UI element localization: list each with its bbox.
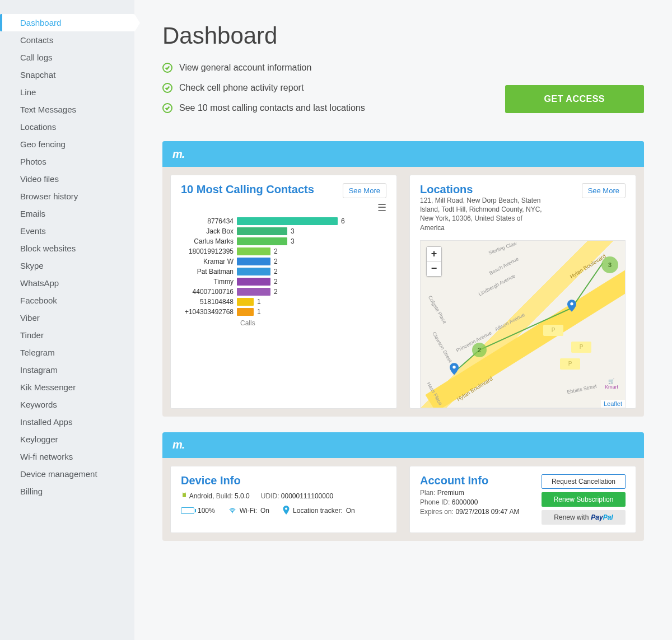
get-access-button[interactable]: GET ACCESS [505,85,644,113]
chart-row: 87764346 [181,217,386,225]
wifi-icon [228,507,236,515]
chart-label: 8776434 [181,217,237,225]
chart-label: Kramar W [181,258,237,265]
location-icon [283,506,290,516]
sidebar-item-keylogger[interactable]: Keylogger [0,431,134,448]
chart-value: 2 [274,278,278,286]
sidebar-item-photos[interactable]: Photos [0,153,134,170]
panel-info: m. Device Info Android, Build: 5.0.0 UDI… [162,432,644,541]
sidebar-item-browser-history[interactable]: Browser history [0,188,134,205]
chart-bar [237,237,287,245]
sidebar-item-geo-fencing[interactable]: Geo fencing [0,136,134,153]
chart-bar [237,227,287,235]
location-address: 121, Mill Road, New Dorp Beach, Staten I… [420,196,543,232]
sidebar-item-instagram[interactable]: Instagram [0,361,134,379]
chart-label: Pat Baitman [181,268,237,275]
chart-row: Timmy2 [181,278,386,286]
sidebar-item-whatsapp[interactable]: WhatsApp [0,274,134,292]
zoom-out-button[interactable]: − [427,261,441,276]
chart-axis-label: Calls [240,319,386,327]
renew-subscription-button[interactable]: Renew Subscription [542,492,626,507]
chart-label: Jack Box [181,227,237,235]
chart-value: 3 [291,227,295,235]
chart-bar [237,247,270,255]
sidebar-item-facebook[interactable]: Facebook [0,292,134,309]
panel-bar: m. [162,432,644,458]
chart-value: 1 [257,308,261,316]
chart-value: 2 [274,268,278,275]
main-content: Dashboard View general account informati… [134,0,672,640]
chart-bar [237,298,254,306]
map-cluster[interactable]: 3 [601,256,618,273]
card-device-info: Device Info Android, Build: 5.0.0 UDID: … [170,466,397,533]
svg-point-1 [570,302,573,305]
sidebar-item-telegram[interactable]: Telegram [0,344,134,361]
sidebar-item-keywords[interactable]: Keywords [0,396,134,413]
chart-label: 518104848 [181,298,237,306]
request-cancellation-button[interactable]: Request Cancellation [542,474,626,489]
chart-row: 1800199123952 [181,247,386,255]
chart-bar [237,258,270,265]
chart-bar [237,268,270,275]
chart-row: Carlus Marks3 [181,237,386,245]
kmart-poi: 🛒Kmart [605,379,618,390]
chart-label: 44007100716 [181,288,237,296]
renew-with-paypal-button[interactable]: Renew with PayPal [542,510,626,525]
chart-row: Jack Box3 [181,227,386,235]
chart-label: Timmy [181,278,237,286]
svg-point-2 [232,512,233,513]
check-icon [162,83,172,93]
chart-label: Carlus Marks [181,237,237,245]
sidebar-item-kik-messenger[interactable]: Kik Messenger [0,379,134,396]
see-more-locations-button[interactable]: See More [582,183,626,198]
sidebar-item-emails[interactable]: Emails [0,205,134,222]
sidebar-item-wi-fi-networks[interactable]: Wi-fi networks [0,448,134,465]
svg-point-0 [452,366,455,368]
check-icon [162,63,172,73]
logo-icon: m. [172,148,184,161]
sidebar-item-dashboard[interactable]: Dashboard [0,14,134,31]
sidebar-item-snapchat[interactable]: Snapchat [0,66,134,83]
sidebar-item-block-websites[interactable]: Block websites [0,240,134,257]
map-pin-icon [567,300,576,312]
map[interactable]: Hylan Boulevard Hylan Boulevard Sterling… [420,240,626,408]
map-cluster[interactable]: 2 [472,343,487,357]
sidebar-item-video-files[interactable]: Video files [0,170,134,188]
chart-bar [237,288,270,296]
sidebar-item-skype[interactable]: Skype [0,257,134,274]
chart-bar [237,308,254,316]
chart-menu-icon[interactable]: ☰ [181,202,386,214]
panel-top: m. 10 Most Calling Contacts See More ☰ 8… [162,141,644,417]
chart-bar [237,217,338,225]
sidebar-item-text-messages[interactable]: Text Messages [0,101,134,118]
sidebar-item-line[interactable]: Line [0,83,134,101]
sidebar-item-tinder[interactable]: Tinder [0,326,134,344]
location-stat: Location tracker: On [283,506,355,516]
panel-bar: m. [162,141,644,167]
leaflet-attribution[interactable]: Leaflet [601,400,625,408]
wifi-stat: Wi-Fi: On [228,507,269,515]
sidebar-item-installed-apps[interactable]: Installed Apps [0,413,134,431]
zoom-in-button[interactable]: + [427,247,441,261]
sidebar-item-events[interactable]: Events [0,222,134,240]
sidebar-item-device-management[interactable]: Device management [0,465,134,483]
feature-bullet: See 10 most calling contacts and last lo… [162,103,365,113]
chart-value: 2 [274,258,278,265]
sidebar-item-call-logs[interactable]: Call logs [0,49,134,66]
map-zoom: + − [426,246,442,277]
svg-point-3 [285,507,287,510]
card-locations: Locations 121, Mill Road, New Dorp Beach… [409,175,636,409]
sidebar-item-contacts[interactable]: Contacts [0,31,134,49]
sidebar-item-billing[interactable]: Billing [0,483,134,500]
chart-value: 2 [274,288,278,296]
top-contacts-title: 10 Most Calling Contacts [181,183,314,196]
sidebar-item-viber[interactable]: Viber [0,309,134,326]
sidebar-item-locations[interactable]: Locations [0,118,134,136]
battery-stat: 100% [181,507,215,515]
chart-value: 3 [291,237,295,245]
chart-row: +1043034927681 [181,308,386,316]
chart-value: 2 [274,247,278,255]
android-icon [181,492,188,498]
see-more-contacts-button[interactable]: See More [343,183,386,198]
map-pin-icon [450,363,459,375]
